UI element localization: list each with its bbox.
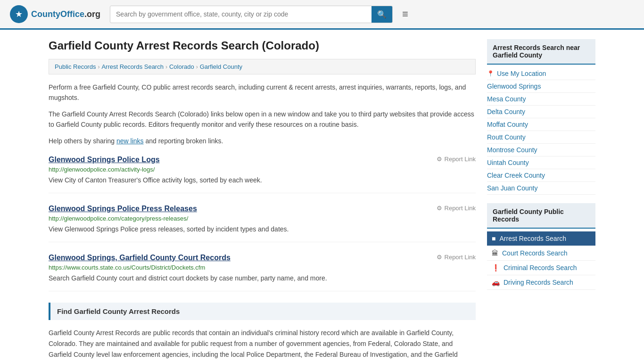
delta-county-link[interactable]: Delta County (487, 108, 595, 115)
criminal-records-link[interactable]: Criminal Records Search (504, 264, 577, 272)
logo[interactable]: ★ CountyOffice.org (9, 5, 100, 24)
intro-paragraph-1: Perform a free Garfield County, CO publi… (49, 82, 476, 103)
hamburger-icon: ≡ (402, 8, 408, 20)
sidebar-nearby-list: 📍 Use My Location Glenwood Springs Mesa … (487, 67, 595, 195)
new-links-link[interactable]: new links (116, 137, 144, 145)
report-label-2: Report Link (445, 205, 476, 212)
record-header-3: Glenwood Springs, Garfield County Court … (49, 254, 476, 262)
header: ★ CountyOffice.org 🔍 ≡ (0, 0, 644, 30)
main-layout: Garfield County Arrest Records Search (C… (39, 30, 605, 362)
report-link-btn-2[interactable]: ⚙ Report Link (437, 205, 476, 212)
sidebar-public-records-section: Garfield County Public Records ■ Arrest … (487, 203, 595, 290)
breadcrumb-sep-1: › (98, 64, 99, 70)
report-label-3: Report Link (445, 254, 476, 261)
search-button[interactable]: 🔍 (372, 6, 392, 23)
intro-paragraph-2: The Garfield County Arrest Records Searc… (49, 109, 476, 130)
report-link-btn-3[interactable]: ⚙ Report Link (437, 254, 476, 261)
sidebar-nearby-mesa-county[interactable]: Mesa County (487, 93, 595, 106)
glenwood-springs-link[interactable]: Glenwood Springs (487, 82, 595, 90)
record-url-2[interactable]: http://glenwoodpolice.com/category/press… (49, 215, 476, 222)
record-desc-1: View City of Canton Treasurer's Office a… (49, 175, 476, 185)
records-list: Glenwood Springs Police Logs ⚙ Report Li… (49, 156, 476, 291)
record-title-3[interactable]: Glenwood Springs, Garfield County Court … (49, 254, 231, 262)
search-bar: 🔍 (110, 6, 393, 23)
use-location-link[interactable]: 📍 Use My Location (487, 70, 595, 77)
routt-county-link[interactable]: Routt County (487, 133, 595, 141)
share-text: Help others by sharing new links and rep… (49, 136, 476, 146)
record-header-2: Glenwood Springs Police Press Releases ⚙… (49, 205, 476, 213)
arrest-records-link[interactable]: Arrest Records Search (499, 235, 566, 242)
report-icon-1: ⚙ (437, 156, 442, 163)
record-title-2[interactable]: Glenwood Springs Police Press Releases (49, 205, 197, 213)
record-desc-3: Search Garfield County court and distric… (49, 273, 476, 283)
breadcrumb-colorado[interactable]: Colorado (169, 63, 194, 70)
record-header-1: Glenwood Springs Police Logs ⚙ Report Li… (49, 156, 476, 164)
record-item-3: Glenwood Springs, Garfield County Court … (49, 254, 476, 291)
sidebar-public-records-list: ■ Arrest Records Search 🏛 Court Records … (487, 231, 595, 290)
sidebar-nearby-moffat-county[interactable]: Moffat County (487, 118, 595, 131)
sidebar: Arrest Records Search near Garfield Coun… (487, 39, 595, 362)
page-title: Garfield County Arrest Records Search (C… (49, 39, 476, 52)
sidebar-arrest-records-search[interactable]: ■ Arrest Records Search (487, 231, 595, 246)
arrest-records-icon: ■ (492, 235, 495, 242)
court-records-icon: 🏛 (492, 249, 498, 257)
use-location-label: Use My Location (497, 70, 546, 77)
logo-icon: ★ (9, 5, 28, 24)
sidebar-nearby-glenwood-springs[interactable]: Glenwood Springs (487, 80, 595, 93)
sidebar-nearby-clear-creek-county[interactable]: Clear Creek County (487, 169, 595, 182)
breadcrumb: Public Records › Arrest Records Search ›… (49, 59, 476, 74)
report-link-btn-1[interactable]: ⚙ Report Link (437, 156, 476, 163)
record-item-2: Glenwood Springs Police Press Releases ⚙… (49, 205, 476, 242)
breadcrumb-sep-3: › (196, 64, 198, 70)
mesa-county-link[interactable]: Mesa County (487, 95, 595, 103)
sidebar-nearby-san-juan-county[interactable]: San Juan County (487, 182, 595, 195)
sidebar-nearby-montrose-county[interactable]: Montrose County (487, 144, 595, 156)
driving-records-icon: 🚗 (492, 279, 500, 286)
report-icon-3: ⚙ (437, 254, 442, 261)
report-label-1: Report Link (445, 156, 476, 163)
logo-text: CountyOffice.org (31, 9, 100, 19)
record-url-3[interactable]: https://www.courts.state.co.us/Courts/Di… (49, 264, 476, 271)
breadcrumb-public-records[interactable]: Public Records (55, 63, 96, 70)
svg-text:★: ★ (15, 9, 23, 19)
court-records-link[interactable]: Court Records Search (502, 249, 568, 257)
sidebar-driving-records-search[interactable]: 🚗 Driving Records Search (487, 275, 595, 290)
sidebar-criminal-records-search[interactable]: ❗ Criminal Records Search (487, 261, 595, 275)
breadcrumb-sep-2: › (165, 64, 167, 70)
find-section-desc: Garfield County Arrest Records are publi… (49, 328, 476, 362)
san-juan-county-link[interactable]: San Juan County (487, 184, 595, 192)
content-area: Garfield County Arrest Records Search (C… (49, 39, 476, 362)
report-icon-2: ⚙ (437, 205, 442, 212)
search-icon: 🔍 (377, 10, 387, 18)
clear-creek-county-link[interactable]: Clear Creek County (487, 172, 595, 179)
breadcrumb-arrest-records[interactable]: Arrest Records Search (101, 63, 164, 70)
menu-button[interactable]: ≡ (402, 9, 408, 19)
sidebar-public-records-heading: Garfield County Public Records (487, 203, 595, 229)
sidebar-court-records-search[interactable]: 🏛 Court Records Search (487, 246, 595, 261)
breadcrumb-garfield-county[interactable]: Garfield County (200, 63, 242, 70)
record-url-1[interactable]: http://glenwoodpolice.com/activity-logs/ (49, 166, 476, 173)
sidebar-nearby-section: Arrest Records Search near Garfield Coun… (487, 39, 595, 195)
sidebar-nearby-uintah-county[interactable]: Uintah County (487, 156, 595, 169)
location-pin-icon: 📍 (487, 70, 494, 77)
criminal-records-icon: ❗ (492, 264, 500, 272)
moffat-county-link[interactable]: Moffat County (487, 121, 595, 128)
uintah-county-link[interactable]: Uintah County (487, 159, 595, 166)
search-input[interactable] (110, 7, 372, 22)
record-desc-2: View Glenwood Springs Police press relea… (49, 224, 476, 234)
record-title-1[interactable]: Glenwood Springs Police Logs (49, 156, 160, 164)
record-item-1: Glenwood Springs Police Logs ⚙ Report Li… (49, 156, 476, 193)
driving-records-link[interactable]: Driving Records Search (504, 279, 573, 286)
sidebar-nearby-delta-county[interactable]: Delta County (487, 106, 595, 118)
sidebar-nearby-routt-county[interactable]: Routt County (487, 131, 595, 144)
find-section-heading: Find Garfield County Arrest Records (49, 303, 476, 320)
sidebar-nearby-use-location[interactable]: 📍 Use My Location (487, 67, 595, 80)
sidebar-nearby-heading: Arrest Records Search near Garfield Coun… (487, 39, 595, 65)
montrose-county-link[interactable]: Montrose County (487, 146, 595, 154)
